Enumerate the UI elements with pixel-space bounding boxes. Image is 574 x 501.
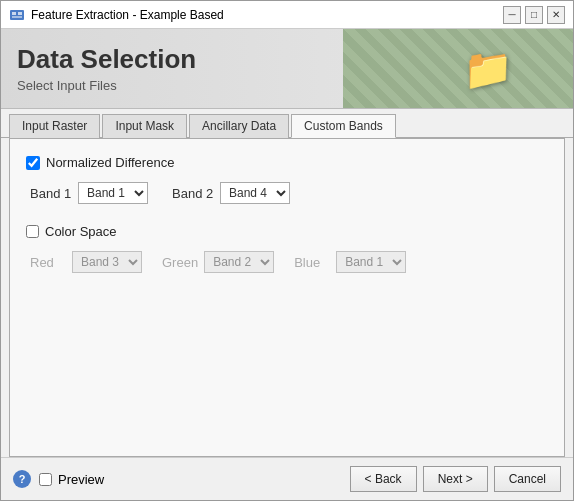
color-space-section: Color Space Red Band 1 Band 2 Band 3 Ban…: [26, 224, 548, 273]
main-content-panel: Normalized Difference Band 1 Band 1 Band…: [9, 138, 565, 457]
svg-rect-3: [12, 16, 22, 18]
footer-buttons: < Back Next > Cancel: [350, 466, 561, 492]
maximize-button[interactable]: □: [525, 6, 543, 24]
red-select[interactable]: Band 1 Band 2 Band 3 Band 4: [72, 251, 142, 273]
green-label: Green: [162, 255, 198, 270]
normalized-difference-label: Normalized Difference: [46, 155, 174, 170]
band2-label: Band 2: [172, 186, 214, 201]
help-icon[interactable]: ?: [13, 470, 31, 488]
main-window: Feature Extraction - Example Based ─ □ ✕…: [0, 0, 574, 501]
blue-select[interactable]: Band 1 Band 2 Band 3 Band 4: [336, 251, 406, 273]
tab-bar: Input Raster Input Mask Ancillary Data C…: [1, 109, 573, 138]
window-title: Feature Extraction - Example Based: [31, 8, 503, 22]
cancel-button[interactable]: Cancel: [494, 466, 561, 492]
header-subtitle: Select Input Files: [17, 78, 196, 93]
tab-ancillary-data[interactable]: Ancillary Data: [189, 114, 289, 138]
normalized-difference-row: Normalized Difference: [26, 155, 548, 170]
tab-input-raster[interactable]: Input Raster: [9, 114, 100, 138]
back-button[interactable]: < Back: [350, 466, 417, 492]
color-selectors-row: Red Band 1 Band 2 Band 3 Band 4 Green Ba…: [30, 251, 548, 273]
tab-input-mask[interactable]: Input Mask: [102, 114, 187, 138]
normalized-difference-checkbox[interactable]: [26, 156, 40, 170]
green-select[interactable]: Band 1 Band 2 Band 3 Band 4: [204, 251, 274, 273]
header-text-block: Data Selection Select Input Files: [17, 44, 196, 92]
svg-rect-1: [12, 12, 16, 15]
red-label: Red: [30, 255, 66, 270]
band1-label: Band 1: [30, 186, 72, 201]
preview-row: Preview: [39, 472, 104, 487]
close-button[interactable]: ✕: [547, 6, 565, 24]
minimize-button[interactable]: ─: [503, 6, 521, 24]
header-banner: Data Selection Select Input Files 📁: [1, 29, 573, 109]
color-space-header: Color Space: [26, 224, 548, 239]
next-button[interactable]: Next >: [423, 466, 488, 492]
color-space-checkbox[interactable]: [26, 225, 39, 238]
footer: ? Preview < Back Next > Cancel: [1, 457, 573, 500]
header-image: 📁: [343, 29, 573, 108]
app-icon: [9, 7, 25, 23]
band-selector-row: Band 1 Band 1 Band 2 Band 3 Band 4 Band …: [30, 182, 548, 204]
header-title: Data Selection: [17, 44, 196, 75]
color-space-label: Color Space: [45, 224, 117, 239]
band2-select[interactable]: Band 1 Band 2 Band 3 Band 4: [220, 182, 290, 204]
footer-left: ? Preview: [13, 470, 104, 488]
title-bar: Feature Extraction - Example Based ─ □ ✕: [1, 1, 573, 29]
folder-icon: 📁: [463, 45, 513, 92]
preview-label: Preview: [58, 472, 104, 487]
svg-rect-2: [18, 12, 22, 15]
band1-select[interactable]: Band 1 Band 2 Band 3 Band 4: [78, 182, 148, 204]
window-controls: ─ □ ✕: [503, 6, 565, 24]
preview-checkbox[interactable]: [39, 473, 52, 486]
blue-label: Blue: [294, 255, 330, 270]
aerial-background: [343, 29, 573, 108]
tab-custom-bands[interactable]: Custom Bands: [291, 114, 396, 138]
